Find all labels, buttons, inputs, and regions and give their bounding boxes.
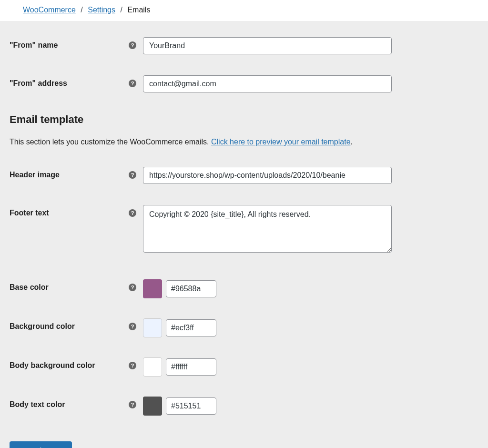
help-icon[interactable]: ?	[129, 80, 136, 87]
body-text-color-input[interactable]	[166, 397, 216, 415]
from-name-input[interactable]	[143, 37, 392, 54]
section-description: This section lets you customize the WooC…	[10, 136, 478, 148]
from-address-input[interactable]	[143, 75, 392, 92]
background-color-row: Background color ?	[10, 318, 478, 337]
settings-form: "From" name ? "From" address ? Email tem…	[0, 21, 488, 448]
from-name-row: "From" name ?	[10, 37, 478, 54]
body-bg-color-swatch[interactable]	[143, 357, 162, 377]
label-text: "From" name	[10, 41, 58, 50]
from-address-label: "From" address ?	[10, 75, 143, 88]
background-color-input[interactable]	[166, 319, 216, 336]
body-text-color-label: Body text color ?	[10, 397, 143, 409]
label-text: Footer text	[10, 209, 49, 217]
header-image-label: Header image ?	[10, 167, 143, 179]
breadcrumb-current: Emails	[127, 6, 150, 14]
header-image-input[interactable]	[143, 167, 392, 184]
base-color-swatch[interactable]	[143, 279, 162, 298]
footer-text-row: Footer text ?	[10, 205, 478, 255]
label-text: Base color	[10, 283, 49, 292]
breadcrumb-bar: WooCommerce / Settings / Emails	[0, 0, 488, 21]
body-text-color-swatch[interactable]	[143, 397, 162, 416]
help-icon[interactable]: ?	[129, 362, 136, 369]
body-text-color-row: Body text color ?	[10, 397, 478, 416]
help-icon[interactable]: ?	[129, 401, 136, 408]
label-text: Body background color	[10, 361, 95, 370]
help-icon[interactable]: ?	[129, 209, 136, 217]
breadcrumb-link-settings[interactable]: Settings	[88, 6, 115, 14]
help-icon[interactable]: ?	[129, 41, 136, 49]
body-bg-color-input[interactable]	[166, 358, 216, 376]
save-changes-button[interactable]: Save changes	[10, 441, 72, 448]
background-color-swatch[interactable]	[143, 318, 162, 337]
breadcrumb: WooCommerce / Settings / Emails	[23, 6, 465, 14]
breadcrumb-separator: /	[120, 6, 122, 14]
breadcrumb-separator: /	[81, 6, 82, 14]
breadcrumb-link-woocommerce[interactable]: WooCommerce	[23, 6, 76, 14]
from-address-row: "From" address ?	[10, 75, 478, 92]
desc-text: This section lets you customize the WooC…	[10, 138, 211, 146]
base-color-label: Base color ?	[10, 279, 143, 292]
body-bg-color-row: Body background color ?	[10, 357, 478, 377]
section-title: Email template	[10, 113, 478, 126]
body-bg-color-label: Body background color ?	[10, 357, 143, 370]
desc-suffix: .	[351, 138, 353, 146]
header-image-row: Header image ?	[10, 167, 478, 184]
label-text: Header image	[10, 171, 60, 179]
footer-text-label: Footer text ?	[10, 205, 143, 217]
help-icon[interactable]: ?	[129, 171, 136, 179]
preview-template-link[interactable]: Click here to preview your email templat…	[211, 138, 351, 146]
label-text: "From" address	[10, 79, 67, 88]
help-icon[interactable]: ?	[129, 323, 136, 330]
base-color-input[interactable]	[166, 280, 216, 297]
base-color-row: Base color ?	[10, 279, 478, 298]
help-icon[interactable]: ?	[129, 284, 136, 291]
footer-text-input[interactable]	[143, 205, 392, 253]
from-name-label: "From" name ?	[10, 37, 143, 50]
label-text: Background color	[10, 322, 75, 331]
label-text: Body text color	[10, 400, 65, 409]
background-color-label: Background color ?	[10, 318, 143, 331]
